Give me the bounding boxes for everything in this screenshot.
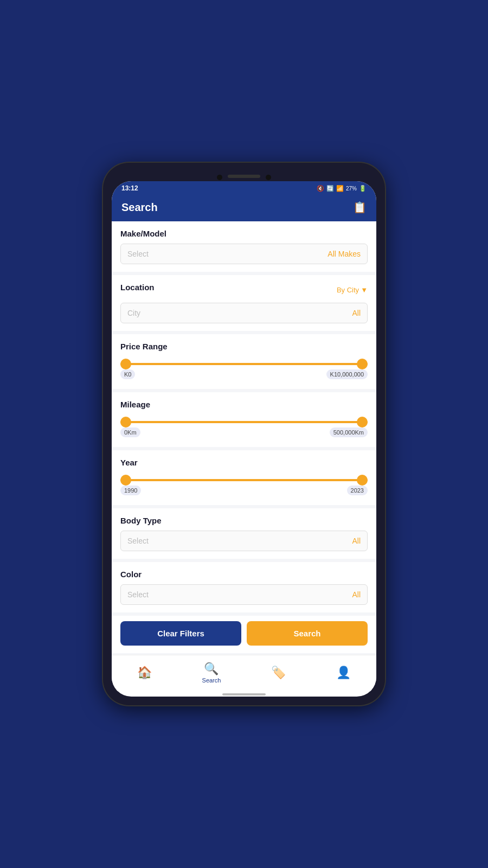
color-label: Color <box>120 570 368 579</box>
price-track <box>120 363 368 365</box>
year-track <box>120 479 368 481</box>
price-thumb-min[interactable] <box>120 359 131 369</box>
year-min-label: 1990 <box>120 486 141 495</box>
filter-icon[interactable]: 📋 <box>353 201 367 214</box>
year-labels: 1990 2023 <box>120 486 368 495</box>
mileage-max-label: 500,000Km <box>330 427 368 437</box>
mileage-min-label: 0Km <box>120 427 140 437</box>
make-model-value: All Makes <box>328 250 361 258</box>
city-select[interactable]: City All <box>120 303 368 323</box>
phone-frame: 13:12 🔇 🔄 📶 27% 🔋 Search 📋 Make/Model Se… <box>103 163 385 705</box>
city-value: All <box>352 309 361 317</box>
home-icon: 🏠 <box>137 666 152 680</box>
price-range-slider: K0 K10,000,000 <box>120 356 368 381</box>
price-fill <box>120 363 368 365</box>
year-fill <box>120 479 368 481</box>
status-time: 13:12 <box>121 184 138 192</box>
tag-icon: 🏷️ <box>271 666 286 680</box>
location-label: Location <box>120 283 155 292</box>
color-value: All <box>352 590 361 599</box>
body-type-section: Body Type Select All <box>112 508 376 559</box>
price-max-label: K10,000,000 <box>326 369 368 379</box>
mileage-track <box>120 421 368 423</box>
mileage-fill <box>120 421 368 423</box>
make-model-section: Make/Model Select All Makes <box>112 221 376 272</box>
mileage-slider: 0Km 500,000Km <box>120 414 368 439</box>
year-max-label: 2023 <box>347 486 368 495</box>
year-thumb-min[interactable] <box>120 475 131 486</box>
mileage-thumb-min[interactable] <box>120 417 131 427</box>
nav-search[interactable]: 🔍 Search <box>194 660 230 686</box>
action-buttons: Clear Filters Search <box>112 616 376 653</box>
wifi-icon: 🔄 <box>326 185 334 192</box>
price-labels: K0 K10,000,000 <box>120 369 368 379</box>
nav-home[interactable]: 🏠 <box>129 663 160 682</box>
price-range-section: Price Range K0 K10,000,000 <box>112 334 376 389</box>
mileage-section: Mileage 0Km 500,000Km <box>112 392 376 447</box>
mileage-thumb-max[interactable] <box>357 417 368 427</box>
body-type-value: All <box>352 537 361 545</box>
year-section: Year 1990 2023 <box>112 450 376 505</box>
year-slider: 1990 2023 <box>120 473 368 497</box>
year-thumb-max[interactable] <box>357 475 368 486</box>
page-title: Search <box>121 201 158 214</box>
nav-tags[interactable]: 🏷️ <box>262 663 294 682</box>
chevron-down-icon: ▼ <box>361 286 368 294</box>
home-indicator <box>222 693 266 695</box>
mileage-labels: 0Km 500,000Km <box>120 427 368 437</box>
body-type-placeholder: Select <box>127 537 149 545</box>
price-range-label: Price Range <box>120 342 368 351</box>
make-model-select[interactable]: Select All Makes <box>120 244 368 264</box>
make-model-label: Make/Model <box>120 229 368 238</box>
search-button[interactable]: Search <box>247 621 368 646</box>
city-placeholder: City <box>127 309 140 317</box>
clear-filters-button[interactable]: Clear Filters <box>120 621 241 646</box>
nav-profile[interactable]: 👤 <box>328 663 359 682</box>
mileage-label: Mileage <box>120 400 368 409</box>
profile-icon: 👤 <box>336 666 351 680</box>
search-icon: 🔍 <box>204 662 219 676</box>
location-header: Location By City ▼ <box>120 283 368 297</box>
location-section: Location By City ▼ City All <box>112 275 376 331</box>
by-city-button[interactable]: By City ▼ <box>337 286 368 294</box>
status-bar: 13:12 🔇 🔄 📶 27% 🔋 <box>112 181 376 195</box>
by-city-label: By City <box>337 286 359 294</box>
body-type-label: Body Type <box>120 516 368 525</box>
scroll-area: Make/Model Select All Makes Location By … <box>112 221 376 655</box>
bottom-nav: 🏠 🔍 Search 🏷️ 👤 <box>112 655 376 691</box>
price-min-label: K0 <box>120 369 135 379</box>
price-thumb-max[interactable] <box>357 359 368 369</box>
make-model-placeholder: Select <box>127 250 149 258</box>
search-nav-label: Search <box>202 677 221 684</box>
color-section: Color Select All <box>112 562 376 612</box>
battery-icon: 🔋 <box>359 185 367 192</box>
color-select[interactable]: Select All <box>120 584 368 605</box>
signal-icon: 📶 <box>336 185 344 192</box>
battery-text: 27% <box>346 186 357 192</box>
color-placeholder: Select <box>127 590 149 599</box>
mute-icon: 🔇 <box>317 185 324 192</box>
body-type-select[interactable]: Select All <box>120 531 368 551</box>
phone-screen: 13:12 🔇 🔄 📶 27% 🔋 Search 📋 Make/Model Se… <box>112 181 376 697</box>
year-label: Year <box>120 458 368 467</box>
app-header: Search 📋 <box>112 195 376 221</box>
status-icons: 🔇 🔄 📶 27% 🔋 <box>317 185 367 192</box>
